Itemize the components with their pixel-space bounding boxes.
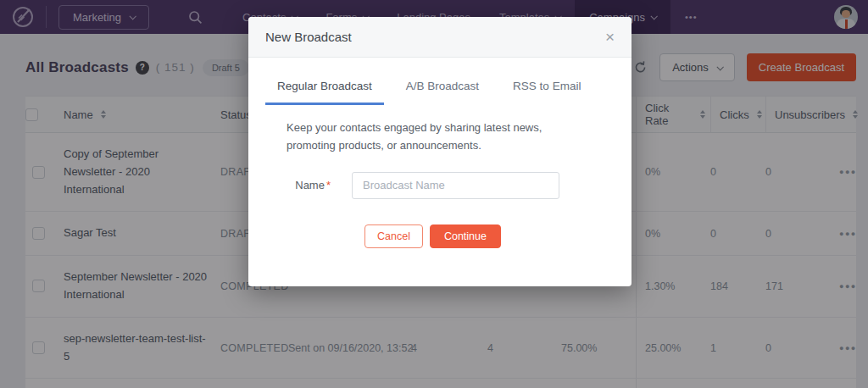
modal-body: Regular Broadcast A/B Broadcast RSS to E…	[248, 58, 632, 248]
modal-description: Keep your contacts engaged by sharing la…	[287, 119, 593, 155]
modal-tabs: Regular Broadcast A/B Broadcast RSS to E…	[248, 73, 632, 105]
modal-header: New Broadcast ×	[248, 17, 632, 58]
continue-button[interactable]: Continue	[430, 224, 501, 248]
tab-regular-broadcast[interactable]: Regular Broadcast	[265, 73, 384, 105]
required-asterisk: *	[326, 179, 331, 191]
name-form-row: Name*	[248, 172, 632, 199]
modal-buttons: Cancel Continue	[364, 224, 632, 248]
modal-title: New Broadcast	[265, 30, 352, 44]
tab-rss-to-email[interactable]: RSS to Email	[501, 73, 593, 105]
new-broadcast-modal: New Broadcast × Regular Broadcast A/B Br…	[248, 17, 632, 286]
tab-ab-broadcast[interactable]: A/B Broadcast	[394, 73, 491, 105]
cancel-button[interactable]: Cancel	[364, 224, 423, 248]
close-icon[interactable]: ×	[605, 31, 615, 43]
name-field-label: Name*	[248, 179, 352, 191]
app-screen: Marketing Contacts Forms Landing Pages	[0, 0, 868, 388]
broadcast-name-input[interactable]	[352, 172, 559, 199]
